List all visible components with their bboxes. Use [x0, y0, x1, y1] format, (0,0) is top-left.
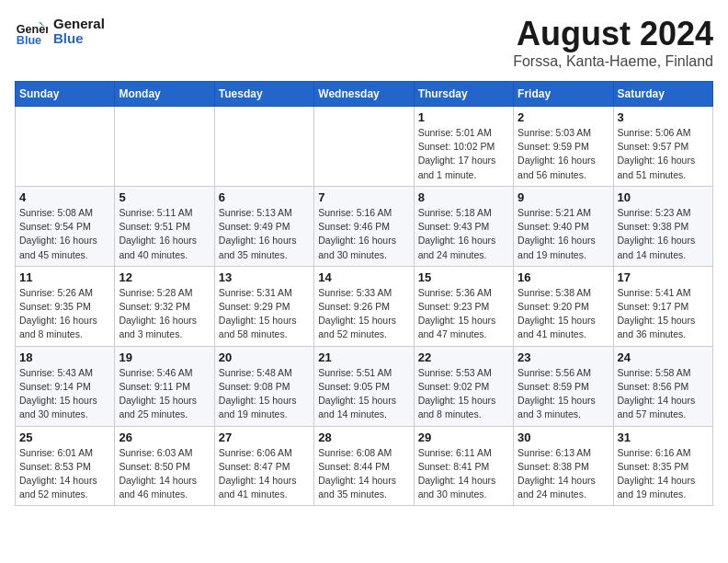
- weekday-header: Saturday: [613, 82, 712, 107]
- day-number: 14: [318, 270, 409, 284]
- day-info: Sunrise: 6:08 AM Sunset: 8:44 PM Dayligh…: [318, 446, 409, 502]
- day-info: Sunrise: 5:26 AM Sunset: 9:35 PM Dayligh…: [19, 286, 110, 342]
- day-number: 27: [219, 431, 310, 444]
- day-number: 23: [518, 350, 609, 364]
- calendar-cell: 4Sunrise: 5:08 AM Sunset: 9:54 PM Daylig…: [16, 186, 115, 266]
- calendar-cell: 24Sunrise: 5:58 AM Sunset: 8:56 PM Dayli…: [613, 346, 712, 426]
- day-info: Sunrise: 6:03 AM Sunset: 8:50 PM Dayligh…: [119, 446, 210, 502]
- weekday-header: Thursday: [414, 82, 513, 107]
- calendar-cell: 16Sunrise: 5:38 AM Sunset: 9:20 PM Dayli…: [514, 266, 613, 346]
- day-info: Sunrise: 5:13 AM Sunset: 9:49 PM Dayligh…: [219, 206, 310, 262]
- day-info: Sunrise: 5:11 AM Sunset: 9:51 PM Dayligh…: [119, 206, 210, 262]
- day-info: Sunrise: 5:23 AM Sunset: 9:38 PM Dayligh…: [618, 206, 709, 262]
- day-number: 13: [219, 270, 310, 284]
- day-number: 17: [618, 270, 709, 284]
- day-info: Sunrise: 5:28 AM Sunset: 9:32 PM Dayligh…: [119, 286, 210, 342]
- calendar-week-row: 11Sunrise: 5:26 AM Sunset: 9:35 PM Dayli…: [16, 266, 713, 346]
- title-area: August 2024 Forssa, Kanta-Haeme, Finland: [513, 15, 713, 70]
- day-number: 31: [618, 431, 709, 444]
- calendar-cell: 21Sunrise: 5:51 AM Sunset: 9:05 PM Dayli…: [314, 346, 414, 426]
- calendar-cell: [115, 107, 214, 187]
- day-number: 2: [518, 110, 609, 124]
- weekday-header: Sunday: [16, 82, 115, 107]
- calendar-cell: 11Sunrise: 5:26 AM Sunset: 9:35 PM Dayli…: [16, 266, 115, 346]
- calendar-cell: 27Sunrise: 6:06 AM Sunset: 8:47 PM Dayli…: [214, 426, 313, 506]
- calendar-table: SundayMondayTuesdayWednesdayThursdayFrid…: [15, 81, 713, 506]
- day-number: 21: [318, 350, 409, 364]
- day-number: 12: [119, 270, 210, 284]
- calendar-cell: 20Sunrise: 5:48 AM Sunset: 9:08 PM Dayli…: [214, 346, 313, 426]
- calendar-cell: 14Sunrise: 5:33 AM Sunset: 9:26 PM Dayli…: [314, 266, 414, 346]
- day-number: 16: [518, 270, 609, 284]
- day-info: Sunrise: 6:06 AM Sunset: 8:47 PM Dayligh…: [219, 446, 310, 502]
- logo-icon: General Blue: [15, 15, 48, 48]
- weekday-header-row: SundayMondayTuesdayWednesdayThursdayFrid…: [16, 82, 713, 107]
- calendar-title: August 2024: [513, 15, 713, 53]
- calendar-cell: 3Sunrise: 5:06 AM Sunset: 9:57 PM Daylig…: [613, 107, 712, 187]
- day-info: Sunrise: 6:01 AM Sunset: 8:53 PM Dayligh…: [19, 446, 110, 502]
- day-info: Sunrise: 5:41 AM Sunset: 9:17 PM Dayligh…: [618, 286, 709, 342]
- calendar-header: General Blue General Blue August 2024 Fo…: [15, 15, 713, 70]
- calendar-cell: 12Sunrise: 5:28 AM Sunset: 9:32 PM Dayli…: [115, 266, 214, 346]
- calendar-cell: 13Sunrise: 5:31 AM Sunset: 9:29 PM Dayli…: [214, 266, 313, 346]
- calendar-cell: 26Sunrise: 6:03 AM Sunset: 8:50 PM Dayli…: [115, 426, 214, 506]
- day-number: 22: [418, 350, 509, 364]
- calendar-cell: 29Sunrise: 6:11 AM Sunset: 8:41 PM Dayli…: [414, 426, 513, 506]
- calendar-cell: 7Sunrise: 5:16 AM Sunset: 9:46 PM Daylig…: [314, 186, 414, 266]
- day-info: Sunrise: 5:16 AM Sunset: 9:46 PM Dayligh…: [318, 206, 409, 262]
- calendar-week-row: 4Sunrise: 5:08 AM Sunset: 9:54 PM Daylig…: [16, 186, 713, 266]
- svg-text:Blue: Blue: [17, 34, 41, 47]
- weekday-header: Wednesday: [314, 82, 414, 107]
- day-info: Sunrise: 5:03 AM Sunset: 9:59 PM Dayligh…: [518, 126, 609, 182]
- day-number: 24: [618, 350, 709, 364]
- day-number: 9: [518, 190, 609, 204]
- day-number: 10: [618, 190, 709, 204]
- calendar-cell: [214, 107, 313, 187]
- day-info: Sunrise: 5:38 AM Sunset: 9:20 PM Dayligh…: [518, 286, 609, 342]
- calendar-cell: 5Sunrise: 5:11 AM Sunset: 9:51 PM Daylig…: [115, 186, 214, 266]
- calendar-cell: 18Sunrise: 5:43 AM Sunset: 9:14 PM Dayli…: [16, 346, 115, 426]
- day-number: 30: [518, 431, 609, 444]
- calendar-week-row: 25Sunrise: 6:01 AM Sunset: 8:53 PM Dayli…: [16, 426, 713, 506]
- calendar-cell: 2Sunrise: 5:03 AM Sunset: 9:59 PM Daylig…: [514, 107, 613, 187]
- day-number: 4: [19, 190, 110, 204]
- calendar-cell: 25Sunrise: 6:01 AM Sunset: 8:53 PM Dayli…: [16, 426, 115, 506]
- day-number: 11: [19, 270, 110, 284]
- day-number: 25: [19, 431, 110, 444]
- calendar-cell: 15Sunrise: 5:36 AM Sunset: 9:23 PM Dayli…: [414, 266, 513, 346]
- day-number: 20: [219, 350, 310, 364]
- day-info: Sunrise: 5:51 AM Sunset: 9:05 PM Dayligh…: [318, 366, 409, 422]
- day-info: Sunrise: 5:46 AM Sunset: 9:11 PM Dayligh…: [119, 366, 210, 422]
- calendar-cell: 10Sunrise: 5:23 AM Sunset: 9:38 PM Dayli…: [613, 186, 712, 266]
- day-number: 29: [418, 431, 509, 444]
- day-info: Sunrise: 5:33 AM Sunset: 9:26 PM Dayligh…: [318, 286, 409, 342]
- calendar-subtitle: Forssa, Kanta-Haeme, Finland: [513, 53, 713, 70]
- calendar-cell: 22Sunrise: 5:53 AM Sunset: 9:02 PM Dayli…: [414, 346, 513, 426]
- calendar-cell: 1Sunrise: 5:01 AM Sunset: 10:02 PM Dayli…: [414, 107, 513, 187]
- calendar-cell: 28Sunrise: 6:08 AM Sunset: 8:44 PM Dayli…: [314, 426, 414, 506]
- day-info: Sunrise: 6:13 AM Sunset: 8:38 PM Dayligh…: [518, 446, 609, 502]
- day-number: 28: [318, 431, 409, 444]
- day-number: 15: [418, 270, 509, 284]
- day-info: Sunrise: 5:53 AM Sunset: 9:02 PM Dayligh…: [418, 366, 509, 422]
- day-number: 26: [119, 431, 210, 444]
- calendar-cell: 30Sunrise: 6:13 AM Sunset: 8:38 PM Dayli…: [514, 426, 613, 506]
- day-info: Sunrise: 5:58 AM Sunset: 8:56 PM Dayligh…: [618, 366, 709, 422]
- calendar-week-row: 1Sunrise: 5:01 AM Sunset: 10:02 PM Dayli…: [16, 107, 713, 187]
- calendar-cell: 6Sunrise: 5:13 AM Sunset: 9:49 PM Daylig…: [214, 186, 313, 266]
- day-info: Sunrise: 6:11 AM Sunset: 8:41 PM Dayligh…: [418, 446, 509, 502]
- weekday-header: Tuesday: [214, 82, 313, 107]
- calendar-cell: 17Sunrise: 5:41 AM Sunset: 9:17 PM Dayli…: [613, 266, 712, 346]
- day-number: 1: [418, 110, 509, 124]
- day-number: 18: [19, 350, 110, 364]
- day-number: 19: [119, 350, 210, 364]
- day-info: Sunrise: 5:08 AM Sunset: 9:54 PM Dayligh…: [19, 206, 110, 262]
- logo-line1: General: [53, 17, 105, 32]
- calendar-cell: [314, 107, 414, 187]
- logo: General Blue General Blue: [15, 15, 105, 48]
- calendar-cell: 9Sunrise: 5:21 AM Sunset: 9:40 PM Daylig…: [514, 186, 613, 266]
- day-number: 5: [119, 190, 210, 204]
- day-info: Sunrise: 5:01 AM Sunset: 10:02 PM Daylig…: [418, 126, 509, 182]
- day-info: Sunrise: 5:36 AM Sunset: 9:23 PM Dayligh…: [418, 286, 509, 342]
- logo-line2: Blue: [53, 31, 105, 47]
